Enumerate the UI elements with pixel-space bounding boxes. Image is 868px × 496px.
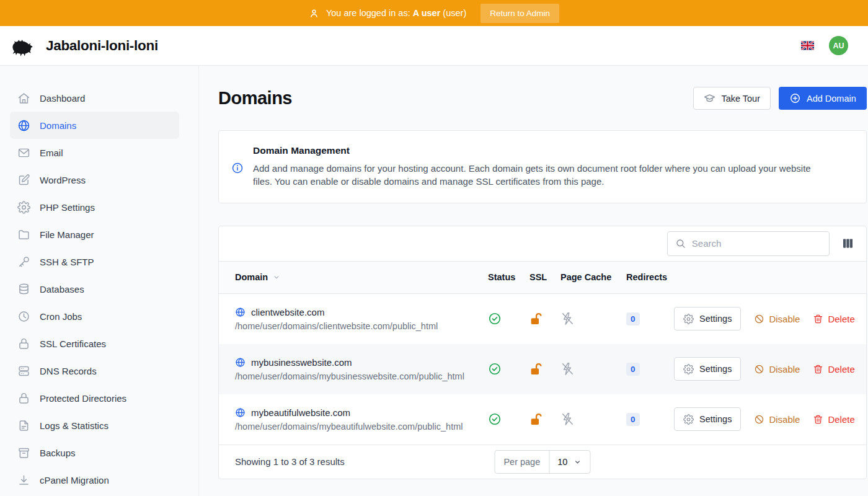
page-cache-off-icon[interactable] [560, 362, 626, 376]
gear-icon [683, 364, 694, 374]
globe-icon [235, 357, 246, 368]
add-domain-button[interactable]: Add Domain [779, 87, 867, 110]
disable-button[interactable]: Disable [754, 314, 800, 324]
domain-link[interactable]: clientwebsite.com [235, 307, 488, 317]
sidebar-item-protected-directories[interactable]: Protected Directories [10, 384, 179, 412]
banner-user-name: A user [413, 8, 441, 18]
per-page-value: 10 [557, 457, 567, 467]
sidebar-item-email[interactable]: Email [10, 139, 179, 166]
domains-table-card: Domain Status SSL Page Cache Redirects c… [218, 226, 867, 479]
domain-link[interactable]: mybeautifulwebsite.com [235, 407, 488, 418]
ssl-unlocked-icon[interactable] [529, 362, 560, 376]
info-card-body: Add and manage domains for your hosting … [253, 162, 814, 188]
lock-icon [17, 337, 30, 350]
take-tour-button[interactable]: Take Tour [693, 87, 771, 110]
trash-icon [813, 364, 823, 374]
info-card-title: Domain Management [253, 145, 814, 156]
pencil-square-icon [17, 174, 30, 187]
sidebar-item-databases[interactable]: Databases [10, 275, 179, 303]
table-row: clientwebsite.com /home/user/domains/cli… [219, 294, 866, 344]
sidebar-item-ssh-sftp[interactable]: SSH & SFTP [10, 248, 179, 275]
brand-title: Jabaloni-loni-loni [46, 38, 158, 54]
delete-button[interactable]: Delete [813, 314, 854, 324]
sidebar-item-wordpress[interactable]: WordPress [10, 166, 179, 193]
ssl-unlocked-icon[interactable] [529, 412, 560, 427]
settings-button[interactable]: Settings [674, 357, 741, 381]
document-root-path: /home/user/domains/mybusinesswebsite.com… [235, 371, 488, 381]
header-right: AU [801, 36, 858, 55]
delete-button[interactable]: Delete [813, 364, 854, 374]
table-footer: Showing 1 to 3 of 3 results Per page 10 [219, 445, 866, 479]
search-input[interactable] [692, 238, 822, 249]
clock-icon [17, 310, 30, 323]
redirects-count-badge[interactable]: 0 [626, 363, 640, 376]
table-toolbar [219, 226, 866, 261]
column-header-redirects: Redirects [626, 272, 674, 282]
mail-icon [17, 146, 30, 159]
sidebar-item-dashboard[interactable]: Dashboard [10, 84, 179, 112]
disable-button[interactable]: Disable [754, 414, 800, 425]
table-header-row: Domain Status SSL Page Cache Redirects [219, 261, 866, 294]
file-text-icon [17, 419, 30, 432]
column-header-domain[interactable]: Domain [235, 272, 488, 282]
return-to-admin-button[interactable]: Return to Admin [480, 4, 559, 23]
sort-chevron-down-icon [272, 273, 281, 281]
database-icon [17, 283, 30, 296]
brand[interactable]: Jabaloni-loni-loni [10, 34, 158, 58]
impersonation-banner: You are logged in as: A user (user) Retu… [0, 0, 868, 26]
graduation-cap-icon [704, 92, 715, 104]
settings-button[interactable]: Settings [674, 307, 741, 330]
per-page-label: Per page [495, 451, 549, 473]
column-header-page-cache: Page Cache [560, 272, 626, 282]
plus-circle-icon [789, 92, 801, 104]
sidebar-item-domains[interactable]: Domains [10, 112, 179, 139]
page-title: Domains [218, 88, 292, 108]
gear-icon [17, 201, 30, 214]
lock-icon [17, 392, 30, 405]
page-cache-off-icon[interactable] [560, 312, 626, 326]
sidebar-item-backups[interactable]: Backups [10, 439, 179, 466]
folder-icon [17, 228, 30, 241]
columns-toggle-button[interactable] [839, 235, 856, 252]
search-box [667, 231, 830, 256]
status-enabled-icon [488, 412, 529, 426]
ssl-unlocked-icon[interactable] [529, 312, 560, 326]
sidebar-item-logs-statistics[interactable]: Logs & Statistics [10, 412, 179, 439]
domain-management-info-card: Domain Management Add and manage domains… [218, 130, 867, 203]
download-icon [17, 474, 30, 487]
language-flag-icon[interactable] [801, 41, 814, 50]
globe-icon [17, 119, 30, 132]
domain-link[interactable]: mybusinesswebsite.com [235, 357, 488, 368]
ban-icon [754, 414, 764, 425]
sidebar-item-ssl-certificates[interactable]: SSL Certificates [10, 330, 179, 357]
info-icon [231, 145, 244, 188]
sidebar-item-dns-records[interactable]: DNS Records [10, 357, 179, 384]
ban-icon [754, 364, 764, 374]
settings-button[interactable]: Settings [674, 407, 741, 431]
results-summary: Showing 1 to 3 of 3 results [235, 456, 345, 467]
trash-icon [813, 314, 823, 324]
page-cache-off-icon[interactable] [560, 412, 626, 426]
per-page-select[interactable]: Per page 10 [494, 450, 590, 474]
redirects-count-badge[interactable]: 0 [626, 312, 640, 326]
table-row: mybeautifulwebsite.com /home/user/domain… [219, 394, 866, 445]
delete-button[interactable]: Delete [813, 414, 854, 425]
banner-message: You are logged in as: A user (user) [326, 8, 466, 18]
chevron-down-icon [573, 458, 582, 466]
document-root-path: /home/user/domains/clientwebsite.com/pub… [235, 321, 488, 331]
sidebar-item-cpanel-migration[interactable]: cPanel Migration [10, 466, 179, 494]
avatar[interactable]: AU [829, 36, 848, 55]
sidebar-item-cron-jobs[interactable]: Cron Jobs [10, 303, 179, 330]
redirects-count-badge[interactable]: 0 [626, 413, 640, 426]
gear-icon [683, 414, 694, 425]
ban-icon [754, 314, 764, 324]
user-icon [309, 8, 319, 19]
gear-icon [683, 314, 694, 324]
column-header-ssl: SSL [529, 272, 560, 282]
sidebar-item-php-settings[interactable]: PHP Settings [10, 193, 179, 221]
globe-icon [235, 307, 246, 317]
status-enabled-icon [488, 362, 529, 376]
sidebar-item-file-manager[interactable]: File Manager [10, 221, 179, 248]
search-icon [675, 238, 686, 249]
disable-button[interactable]: Disable [754, 364, 800, 374]
